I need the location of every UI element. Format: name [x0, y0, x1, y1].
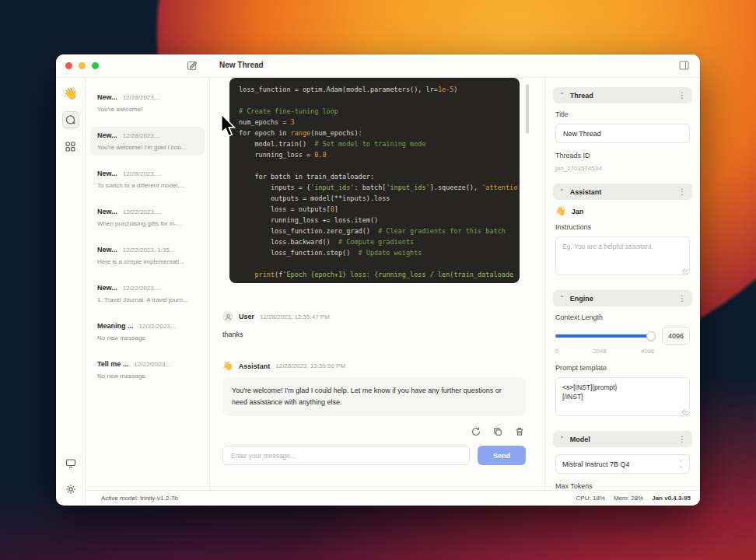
- window-title: New Thread: [219, 61, 264, 69]
- thread-list-item[interactable]: New... 12/22/2023,... When purchasing gi…: [90, 203, 205, 232]
- message-role: User: [239, 313, 254, 320]
- thread-item-preview: You're welcome!: [97, 106, 198, 113]
- max-tokens-label: Max Tokens: [555, 482, 690, 490]
- thread-list-item[interactable]: Tell me ... 12/22/2023,... No new messag…: [90, 355, 205, 384]
- sidebar-item-hub[interactable]: [62, 138, 79, 155]
- chat-area: loss_function = optim.Adam(model.paramet…: [210, 78, 545, 490]
- sidebar-item-settings[interactable]: [62, 481, 79, 498]
- context-length-slider[interactable]: [555, 331, 654, 341]
- assistant-message: 👋 Assistant 12/28/2023, 12:35:56 PM You'…: [222, 362, 526, 416]
- thread-item-date: 12/22/2023,...: [134, 361, 172, 368]
- message-bubble: You're welcome! I'm glad I could help. L…: [222, 377, 526, 416]
- thread-list-item[interactable]: Meaning ... 12/22/2023,... No new messag…: [90, 317, 205, 346]
- assistant-card-header[interactable]: ⌃ Assistant ⋮: [553, 184, 692, 200]
- thread-card-header[interactable]: ⌃ Thread ⋮: [553, 87, 692, 103]
- sidebar-item-chat[interactable]: [62, 111, 79, 128]
- jan-logo-icon: 👋: [63, 87, 78, 99]
- thread-item-title: New...: [97, 131, 117, 139]
- thread-list-item[interactable]: New... 12/22/2023, 1:35... Here is a sim…: [90, 241, 205, 270]
- thread-item-title: New...: [97, 93, 117, 101]
- settings-panel: ⌃ Thread ⋮ Title Threads ID jan_17035745…: [545, 78, 700, 490]
- instructions-textarea[interactable]: [555, 236, 690, 275]
- grid-icon: [65, 142, 75, 152]
- thread-item-preview: No new message: [97, 334, 198, 341]
- context-length-label: Context Length: [555, 313, 690, 321]
- select-caret-icon: ⌃⌄: [679, 460, 683, 468]
- thread-item-title: New...: [97, 284, 117, 292]
- active-model-status: Active model: trinity-v1.2-7b: [101, 495, 576, 502]
- slider-ticks: 0 2048 4096: [555, 348, 654, 355]
- thread-item-title: New...: [97, 170, 117, 177]
- thread-item-date: 12/26/2023,...: [123, 170, 161, 177]
- resize-grip-icon[interactable]: [682, 269, 688, 275]
- kebab-menu-icon[interactable]: ⋮: [678, 91, 686, 100]
- thread-item-preview: 1. Travel Journal: A travel journ...: [97, 296, 198, 303]
- regenerate-icon[interactable]: [471, 427, 481, 436]
- thread-item-preview: No new message: [97, 373, 198, 380]
- model-card-header[interactable]: ⌃ Model ⋮: [553, 431, 692, 447]
- thread-item-preview: Here is a simple implementati...: [97, 258, 198, 265]
- close-window-button[interactable]: [65, 62, 72, 69]
- composer: Send: [210, 436, 544, 465]
- thread-list: New... 12/28/2023,... You're welcome! Ne…: [86, 78, 210, 490]
- chevron-up-icon: ⌃: [559, 296, 565, 302]
- kebab-menu-icon[interactable]: ⋮: [678, 187, 686, 196]
- thread-item-date: 12/22/2023, 1:35...: [123, 247, 175, 254]
- chat-bubble-icon: [65, 115, 75, 125]
- delete-icon[interactable]: [515, 427, 524, 436]
- resize-grip-icon[interactable]: [682, 410, 688, 415]
- thread-item-title: New...: [97, 246, 117, 254]
- threads-id-value: jan_1703574534: [555, 165, 690, 172]
- assistant-avatar-icon: 👋: [222, 362, 233, 370]
- thread-item-preview: To switch to a different model,...: [97, 182, 198, 189]
- send-button[interactable]: Send: [478, 446, 526, 465]
- sidebar-item-system-monitor[interactable]: [62, 454, 79, 471]
- app-version: Jan v0.4.3-95: [652, 495, 691, 502]
- thread-item-preview: You're welcome! I'm glad I cou...: [97, 144, 198, 151]
- thread-list-item[interactable]: New... 12/28/2023,... You're welcome! I'…: [90, 127, 205, 156]
- zoom-window-button[interactable]: [92, 62, 99, 69]
- thread-item-title: Meaning ...: [97, 322, 134, 330]
- thread-item-title: New...: [97, 208, 117, 215]
- user-avatar-icon: [222, 311, 233, 322]
- thread-list-item[interactable]: New... 12/28/2023,... You're welcome!: [90, 89, 205, 117]
- right-panel-toggle-icon[interactable]: [679, 61, 689, 70]
- message-timestamp: 12/28/2023, 12:35:47 PM: [260, 313, 330, 320]
- chevron-up-icon: ⌃: [559, 189, 565, 195]
- code-block: loss_function = optim.Adam(model.paramet…: [229, 78, 520, 283]
- message-input[interactable]: [222, 446, 470, 465]
- user-message: User 12/28/2023, 12:35:47 PM thanks: [222, 311, 526, 338]
- kebab-menu-icon[interactable]: ⋮: [678, 294, 686, 303]
- new-thread-icon[interactable]: [187, 60, 198, 71]
- model-select[interactable]: Mistral Instruct 7B Q4 ⌃⌄: [555, 454, 690, 474]
- message-role: Assistant: [239, 362, 271, 370]
- cpu-status: CPU: 18%: [576, 495, 605, 502]
- thread-item-date: 12/28/2023,...: [123, 94, 161, 101]
- message-timestamp: 12/28/2023, 12:35:56 PM: [275, 362, 345, 369]
- monitor-icon: [65, 458, 76, 468]
- traffic-lights: [65, 62, 99, 69]
- app-window: New Thread 👋: [56, 54, 700, 506]
- title-label: Title: [555, 110, 690, 118]
- kebab-menu-icon[interactable]: ⋮: [678, 435, 686, 443]
- message-list: User 12/28/2023, 12:35:47 PM thanks 👋 As…: [210, 283, 544, 416]
- chevron-up-icon: ⌃: [559, 93, 565, 99]
- chevron-up-icon: ⌃: [559, 436, 565, 443]
- thread-list-item[interactable]: New... 12/26/2023,... To switch to a dif…: [90, 165, 205, 194]
- thread-item-date: 12/22/2023,...: [139, 323, 177, 330]
- chat-scrollbar[interactable]: [526, 84, 529, 134]
- thread-title-input[interactable]: [555, 124, 690, 143]
- minimize-window-button[interactable]: [79, 62, 86, 69]
- assistant-name: Jan: [572, 208, 584, 215]
- threads-id-label: Threads ID: [555, 152, 690, 159]
- thread-list-item[interactable]: New... 12/22/2023,... 1. Travel Journal:…: [90, 279, 205, 308]
- prompt-template-textarea[interactable]: <s>[INST]{prompt} [/INST]: [555, 377, 690, 416]
- titlebar: New Thread: [56, 54, 700, 78]
- thread-item-title: Tell me ...: [97, 360, 128, 368]
- mem-status: Mem: 28%: [614, 495, 643, 502]
- message-text: thanks: [222, 331, 526, 338]
- engine-card: ⌃ Engine ⋮ Context Length 409: [553, 290, 692, 421]
- copy-icon[interactable]: [493, 427, 502, 436]
- slider-thumb[interactable]: [646, 331, 656, 341]
- engine-card-header[interactable]: ⌃ Engine ⋮: [553, 290, 692, 306]
